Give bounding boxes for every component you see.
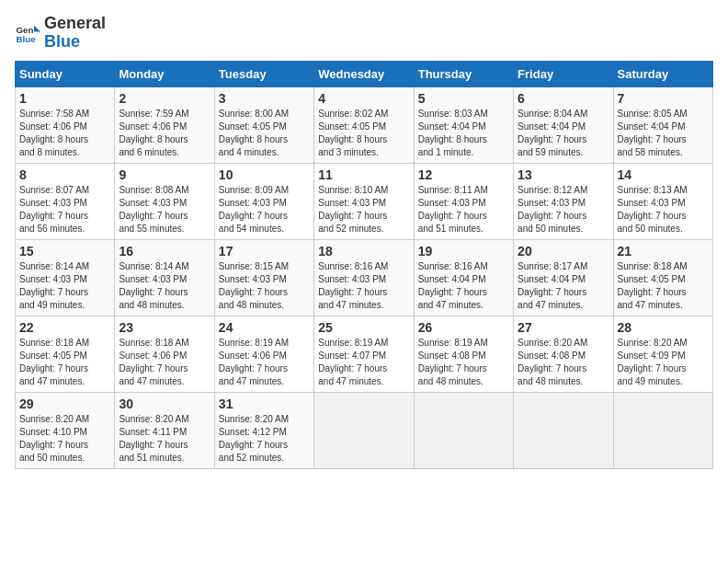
day-info: Sunrise: 8:11 AM Sunset: 4:03 PM Dayligh…: [418, 184, 509, 236]
day-number: 5: [418, 91, 509, 106]
day-info: Sunrise: 8:20 AM Sunset: 4:12 PM Dayligh…: [219, 413, 310, 465]
calendar-cell: 20Sunrise: 8:17 AM Sunset: 4:04 PM Dayli…: [514, 239, 613, 316]
logo: Gen Blue General Blue: [15, 15, 106, 52]
calendar-cell: 4Sunrise: 8:02 AM Sunset: 4:05 PM Daylig…: [314, 86, 414, 163]
calendar-cell: 28Sunrise: 8:20 AM Sunset: 4:09 PM Dayli…: [613, 316, 712, 392]
day-info: Sunrise: 8:10 AM Sunset: 4:03 PM Dayligh…: [318, 184, 409, 236]
calendar-cell: 27Sunrise: 8:20 AM Sunset: 4:08 PM Dayli…: [514, 316, 613, 392]
calendar-cell: 26Sunrise: 8:19 AM Sunset: 4:08 PM Dayli…: [414, 316, 513, 392]
calendar-cell: 21Sunrise: 8:18 AM Sunset: 4:05 PM Dayli…: [613, 239, 712, 316]
day-number: 24: [219, 320, 310, 335]
day-number: 22: [19, 320, 110, 335]
day-number: 19: [418, 244, 509, 259]
calendar-week-row: 1Sunrise: 7:58 AM Sunset: 4:06 PM Daylig…: [16, 86, 713, 163]
day-header: Tuesday: [214, 61, 313, 86]
day-number: 10: [219, 167, 310, 182]
calendar-cell: [514, 392, 613, 468]
day-info: Sunrise: 8:18 AM Sunset: 4:06 PM Dayligh…: [119, 337, 210, 388]
calendar-cell: 14Sunrise: 8:13 AM Sunset: 4:03 PM Dayli…: [613, 163, 712, 239]
calendar-cell: 2Sunrise: 7:59 AM Sunset: 4:06 PM Daylig…: [115, 86, 214, 163]
logo-text: General Blue: [44, 15, 106, 52]
day-info: Sunrise: 8:19 AM Sunset: 4:06 PM Dayligh…: [219, 337, 310, 388]
day-info: Sunrise: 8:19 AM Sunset: 4:08 PM Dayligh…: [418, 337, 509, 388]
day-number: 3: [219, 91, 310, 106]
day-number: 23: [119, 320, 210, 335]
calendar-cell: 23Sunrise: 8:18 AM Sunset: 4:06 PM Dayli…: [115, 316, 214, 392]
calendar-cell: 22Sunrise: 8:18 AM Sunset: 4:05 PM Dayli…: [16, 316, 115, 392]
day-number: 16: [119, 244, 210, 259]
svg-marker-2: [34, 25, 40, 31]
calendar-cell: 13Sunrise: 8:12 AM Sunset: 4:03 PM Dayli…: [514, 163, 613, 239]
day-info: Sunrise: 8:20 AM Sunset: 4:11 PM Dayligh…: [119, 413, 210, 465]
day-number: 28: [618, 320, 709, 335]
calendar-cell: 8Sunrise: 8:07 AM Sunset: 4:03 PM Daylig…: [16, 163, 115, 239]
day-header: Sunday: [16, 61, 115, 86]
day-number: 14: [618, 167, 709, 182]
day-number: 9: [119, 167, 210, 182]
calendar-cell: 15Sunrise: 8:14 AM Sunset: 4:03 PM Dayli…: [16, 239, 115, 316]
calendar-cell: [314, 392, 414, 468]
calendar-cell: 12Sunrise: 8:11 AM Sunset: 4:03 PM Dayli…: [414, 163, 513, 239]
day-number: 17: [219, 244, 310, 259]
day-info: Sunrise: 7:59 AM Sunset: 4:06 PM Dayligh…: [119, 108, 210, 159]
day-header: Friday: [514, 61, 613, 86]
day-number: 13: [518, 167, 609, 182]
svg-text:Blue: Blue: [16, 34, 36, 44]
day-info: Sunrise: 8:18 AM Sunset: 4:05 PM Dayligh…: [618, 260, 709, 312]
day-info: Sunrise: 8:20 AM Sunset: 4:10 PM Dayligh…: [19, 413, 110, 465]
day-info: Sunrise: 8:16 AM Sunset: 4:04 PM Dayligh…: [418, 260, 509, 312]
logo-icon: Gen Blue: [15, 20, 40, 46]
day-number: 1: [19, 91, 110, 106]
calendar-cell: 3Sunrise: 8:00 AM Sunset: 4:05 PM Daylig…: [214, 86, 313, 163]
day-info: Sunrise: 8:20 AM Sunset: 4:09 PM Dayligh…: [618, 337, 709, 388]
days-header-row: SundayMondayTuesdayWednesdayThursdayFrid…: [16, 61, 713, 86]
calendar-week-row: 29Sunrise: 8:20 AM Sunset: 4:10 PM Dayli…: [16, 392, 713, 468]
day-number: 6: [518, 91, 609, 106]
day-info: Sunrise: 8:15 AM Sunset: 4:03 PM Dayligh…: [219, 260, 310, 312]
day-info: Sunrise: 8:13 AM Sunset: 4:03 PM Dayligh…: [618, 184, 709, 236]
day-info: Sunrise: 8:17 AM Sunset: 4:04 PM Dayligh…: [518, 260, 609, 312]
calendar-cell: 16Sunrise: 8:14 AM Sunset: 4:03 PM Dayli…: [115, 239, 214, 316]
calendar-cell: 25Sunrise: 8:19 AM Sunset: 4:07 PM Dayli…: [314, 316, 414, 392]
calendar-cell: [414, 392, 513, 468]
calendar-cell: 30Sunrise: 8:20 AM Sunset: 4:11 PM Dayli…: [115, 392, 214, 468]
day-number: 20: [518, 244, 609, 259]
calendar-cell: 5Sunrise: 8:03 AM Sunset: 4:04 PM Daylig…: [414, 86, 513, 163]
day-number: 4: [318, 91, 409, 106]
day-number: 26: [418, 320, 509, 335]
day-info: Sunrise: 8:14 AM Sunset: 4:03 PM Dayligh…: [19, 260, 110, 312]
calendar-week-row: 15Sunrise: 8:14 AM Sunset: 4:03 PM Dayli…: [16, 239, 713, 316]
calendar-cell: 31Sunrise: 8:20 AM Sunset: 4:12 PM Dayli…: [214, 392, 313, 468]
day-header: Wednesday: [314, 61, 414, 86]
calendar-table: SundayMondayTuesdayWednesdayThursdayFrid…: [15, 61, 713, 469]
day-info: Sunrise: 7:58 AM Sunset: 4:06 PM Dayligh…: [19, 108, 110, 159]
day-number: 29: [19, 396, 110, 411]
calendar-week-row: 22Sunrise: 8:18 AM Sunset: 4:05 PM Dayli…: [16, 316, 713, 392]
calendar-cell: [613, 392, 712, 468]
day-info: Sunrise: 8:00 AM Sunset: 4:05 PM Dayligh…: [219, 108, 310, 159]
day-info: Sunrise: 8:05 AM Sunset: 4:04 PM Dayligh…: [618, 108, 709, 159]
day-number: 12: [418, 167, 509, 182]
day-header: Monday: [115, 61, 214, 86]
calendar-cell: 10Sunrise: 8:09 AM Sunset: 4:03 PM Dayli…: [214, 163, 313, 239]
calendar-cell: 6Sunrise: 8:04 AM Sunset: 4:04 PM Daylig…: [514, 86, 613, 163]
day-info: Sunrise: 8:18 AM Sunset: 4:05 PM Dayligh…: [19, 337, 110, 388]
calendar-cell: 9Sunrise: 8:08 AM Sunset: 4:03 PM Daylig…: [115, 163, 214, 239]
day-info: Sunrise: 8:02 AM Sunset: 4:05 PM Dayligh…: [318, 108, 409, 159]
day-number: 31: [219, 396, 310, 411]
day-header: Thursday: [414, 61, 513, 86]
day-info: Sunrise: 8:20 AM Sunset: 4:08 PM Dayligh…: [518, 337, 609, 388]
page-header: Gen Blue General Blue: [15, 15, 713, 52]
day-info: Sunrise: 8:07 AM Sunset: 4:03 PM Dayligh…: [19, 184, 110, 236]
calendar-cell: 11Sunrise: 8:10 AM Sunset: 4:03 PM Dayli…: [314, 163, 414, 239]
day-number: 8: [19, 167, 110, 182]
calendar-cell: 7Sunrise: 8:05 AM Sunset: 4:04 PM Daylig…: [613, 86, 712, 163]
day-info: Sunrise: 8:04 AM Sunset: 4:04 PM Dayligh…: [518, 108, 609, 159]
day-number: 30: [119, 396, 210, 411]
day-info: Sunrise: 8:19 AM Sunset: 4:07 PM Dayligh…: [318, 337, 409, 388]
calendar-week-row: 8Sunrise: 8:07 AM Sunset: 4:03 PM Daylig…: [16, 163, 713, 239]
day-number: 27: [518, 320, 609, 335]
calendar-cell: 17Sunrise: 8:15 AM Sunset: 4:03 PM Dayli…: [214, 239, 313, 316]
calendar-cell: 18Sunrise: 8:16 AM Sunset: 4:03 PM Dayli…: [314, 239, 414, 316]
calendar-cell: 19Sunrise: 8:16 AM Sunset: 4:04 PM Dayli…: [414, 239, 513, 316]
